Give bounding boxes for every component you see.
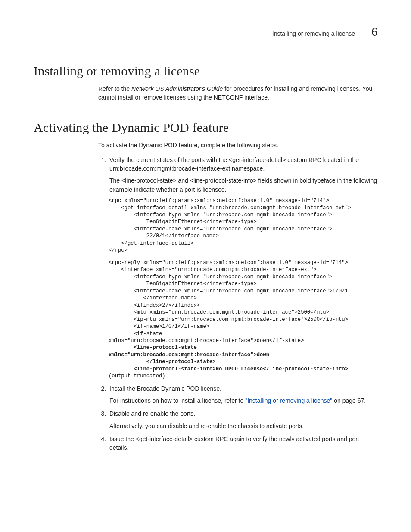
code-truncated: (output truncated) <box>109 373 165 379</box>
step4-text: Issue the <get-interface-detail> custom … <box>109 436 359 451</box>
section1-body: Refer to the Network OS Administrator's … <box>98 84 377 102</box>
code-plain: <rpc-reply xmlns="urn:ietf:params:xml:ns… <box>109 260 348 344</box>
step-2: Install the Brocade Dynamic POD license.… <box>108 384 377 405</box>
running-header: Installing or removing a license 6 <box>34 25 377 39</box>
step1-text: Verify the current states of the ports w… <box>109 156 359 172</box>
code-rpc-reply: <rpc-reply xmlns="urn:ietf:params:xml:ns… <box>109 259 377 380</box>
running-title: Installing or removing a license <box>272 30 355 37</box>
step-1: Verify the current states of the ports w… <box>108 156 377 380</box>
step-4: Issue the <get-interface-detail> custom … <box>108 435 377 452</box>
heading-activating: Activating the Dynamic POD feature <box>34 120 377 135</box>
code-rpc-request: <rpc xmlns="urn:ietf:params:xml:ns:netco… <box>109 197 377 254</box>
text: Refer to the <box>98 85 131 92</box>
step3-text: Disable and re-enable the ports. <box>109 410 195 417</box>
text: on page 67. <box>332 397 366 404</box>
steps-list: Verify the current states of the ports w… <box>98 156 377 452</box>
section1-para: Refer to the Network OS Administrator's … <box>98 84 377 102</box>
chapter-number: 6 <box>371 25 377 39</box>
heading-installing: Installing or removing a license <box>34 64 377 78</box>
page: Installing or removing a license 6 Insta… <box>0 0 411 532</box>
emphasis-guide-title: Network OS Administrator's Guide <box>131 85 223 92</box>
step-3: Disable and re-enable the ports. Alterna… <box>108 409 377 430</box>
text: For instructions on how to install a lic… <box>109 397 245 404</box>
step3-alt: Alternatively, you can disable and re-en… <box>109 422 377 430</box>
link-installing-license[interactable]: "Installing or removing a license" <box>245 397 332 404</box>
step1-note: The <line-protocol-state> and <line-prot… <box>109 176 377 194</box>
step2-text: Install the Brocade Dynamic POD license. <box>109 385 221 392</box>
step2-instructions: For instructions on how to install a lic… <box>109 396 377 405</box>
section2-intro: To activate the Dynamic POD feature, com… <box>98 141 377 149</box>
code-bold: <line-protocol-state xmlns="urn:brocade.… <box>109 345 348 372</box>
section2-body: To activate the Dynamic POD feature, com… <box>98 141 377 452</box>
